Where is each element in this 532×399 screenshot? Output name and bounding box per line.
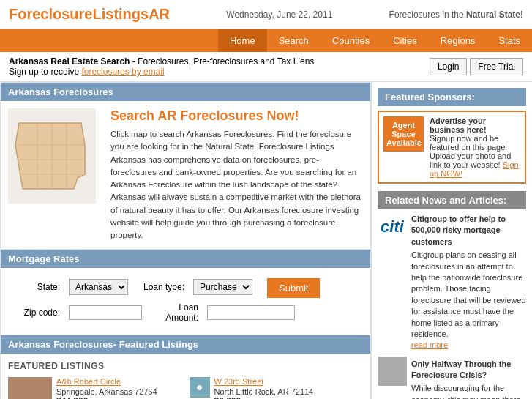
right-column: Featured Sponsors: Agent Space Available…: [371, 82, 532, 399]
agent-badge: Agent Space Available: [383, 116, 424, 152]
featured-section: Arkansas Foreclosures- Featured Listings…: [0, 335, 371, 399]
news-title: Only Halfway Through the Foreclosure Cri…: [411, 359, 526, 381]
header-tagline: Foreclosures in the Natural State!: [389, 10, 523, 20]
nav-stats[interactable]: Stats: [487, 29, 532, 52]
nav-search[interactable]: Search: [267, 29, 321, 52]
auth-buttons: Login Free Trial: [430, 58, 523, 75]
featured-sponsors: Featured Sponsors: Agent Space Available…: [378, 88, 526, 184]
news-read-more-link[interactable]: read more: [411, 340, 448, 349]
featured-section-header: Arkansas Foreclosures- Featured Listings: [1, 335, 370, 354]
loan-amount-label: Loan Amount:: [151, 302, 198, 323]
news-text: Only Halfway Through the Foreclosure Cri…: [411, 359, 526, 399]
listing-item: A&b Robert Circle Springdale, Arkansas 7…: [8, 377, 182, 399]
news-item: citi Citigroup to offer help to 500,000 …: [378, 214, 526, 351]
listing-details: A&b Robert Circle Springdale, Arkansas 7…: [56, 377, 157, 399]
sponsor-box: Agent Space Available Advertise your bus…: [378, 111, 526, 184]
news-text: Citigroup to offer help to 500,000 risky…: [411, 214, 526, 351]
site-logo: ForeclosureListingsAR: [9, 6, 170, 23]
foreclosure-section-header: Arkansas Foreclosures: [1, 83, 370, 101]
zip-row: Zip code: Loan Amount:: [12, 302, 359, 323]
sponsors-header: Featured Sponsors:: [378, 88, 526, 106]
citi-logo: citi: [378, 214, 407, 239]
news-title: Citigroup to offer help to 500,000 risky…: [411, 214, 526, 247]
subheader: Arkansas Real Estate Search - Foreclosur…: [0, 52, 532, 82]
foreclosures-email-link[interactable]: foreclosures by email: [81, 67, 164, 77]
mortgage-section: Mortgage Rates State: Arkansas Loan type…: [0, 250, 371, 335]
ar-map[interactable]: [8, 108, 103, 242]
foreclosure-text: Search AR Foreclosures Now! Click map to…: [110, 108, 363, 242]
foreclosure-body: Click map to search Arkansas Foreclosure…: [110, 128, 363, 242]
subheader-text: Arkansas Real Estate Search - Foreclosur…: [9, 56, 314, 77]
listing-address: Springdale, Arkansas 72764: [56, 387, 157, 396]
header-date: Wednesday, June 22, 2011: [226, 10, 332, 20]
mortgage-section-header: Mortgage Rates: [1, 250, 370, 268]
nav-home[interactable]: Home: [218, 29, 267, 52]
svg-marker-1: [15, 123, 85, 189]
news-header: Related News and Articles:: [378, 191, 526, 209]
nav-cities[interactable]: Cities: [381, 29, 429, 52]
listing-item: ● W 23rd Street North Little Rock, AR 72…: [190, 377, 364, 399]
listing-price: $44,900: [56, 396, 157, 399]
listing-title-link[interactable]: W 23rd Street: [214, 377, 314, 386]
listing-icon: ●: [190, 377, 210, 398]
nav-regions[interactable]: Regions: [429, 29, 487, 52]
site-header: ForeclosureListingsAR Wednesday, June 22…: [0, 0, 532, 29]
mortgage-form: State: Arkansas Loan type: Purchase Subm…: [1, 268, 370, 335]
related-news: Related News and Articles: citi Citigrou…: [378, 191, 526, 399]
nav-counties[interactable]: Counties: [321, 29, 381, 52]
state-label: State:: [12, 282, 60, 292]
free-trial-button[interactable]: Free Trial: [470, 58, 523, 75]
loan-type-select[interactable]: Purchase: [193, 279, 252, 295]
loan-type-label: Loan type:: [137, 282, 184, 292]
main-content: Arkansas Foreclosures: [0, 82, 532, 399]
foreclosure-title: Search AR Foreclosures Now!: [110, 108, 363, 124]
listing-title-link[interactable]: A&b Robert Circle: [56, 377, 157, 386]
listing-details: W 23rd Street North Little Rock, AR 7211…: [214, 377, 314, 399]
zip-label: Zip code:: [12, 307, 60, 318]
loan-amount-input[interactable]: [207, 305, 295, 320]
state-row: State: Arkansas Loan type: Purchase Subm…: [12, 275, 359, 298]
listing-image: [8, 377, 52, 399]
zip-input[interactable]: [69, 305, 142, 320]
main-nav: Home Search Counties Cities Regions Stat…: [0, 29, 532, 52]
login-button[interactable]: Login: [430, 58, 467, 75]
foreclosure-section: Arkansas Foreclosures: [0, 82, 371, 250]
listings-container: A&b Robert Circle Springdale, Arkansas 7…: [8, 377, 363, 399]
foreclosure-inner: Search AR Foreclosures Now! Click map to…: [1, 101, 370, 249]
news-item: Only Halfway Through the Foreclosure Cri…: [378, 359, 526, 399]
mortgage-submit-button[interactable]: Submit: [267, 278, 320, 298]
news-image: [378, 359, 407, 384]
left-column: Arkansas Foreclosures: [0, 82, 371, 399]
featured-inner: FEATURED LISTINGS A&b Robert Circle Spri…: [1, 354, 370, 399]
listing-address: North Little Rock, AR 72114: [214, 387, 314, 396]
featured-subheader: FEATURED LISTINGS: [8, 361, 363, 371]
sponsor-text: Advertise your business here! Signup now…: [430, 116, 520, 178]
listing-price: $9,000: [214, 396, 314, 399]
state-select[interactable]: Arkansas: [69, 279, 128, 295]
